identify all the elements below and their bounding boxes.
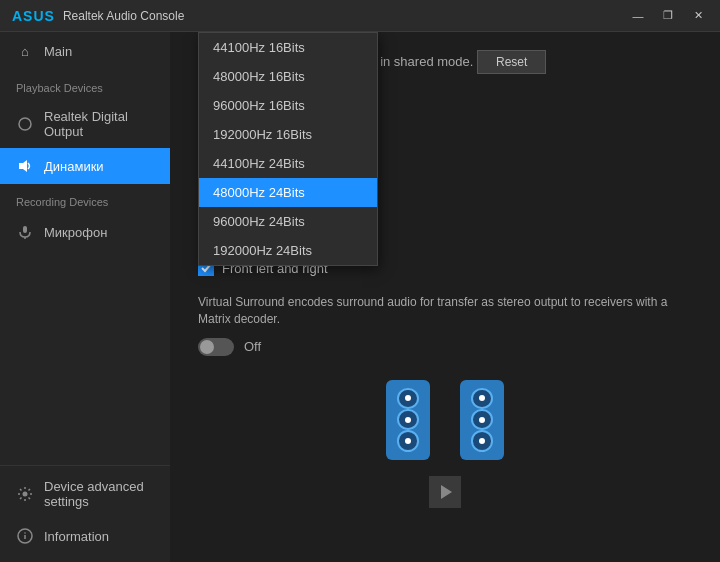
- play-button-area: [198, 476, 692, 508]
- play-triangle-icon: [441, 485, 452, 499]
- sidebar: ⌂ Main Playback Devices Realtek Digital …: [0, 32, 170, 562]
- virtual-surround-toggle-row: Off: [198, 338, 692, 356]
- recording-section-label: Recording Devices: [0, 184, 170, 214]
- toggle-off-label: Off: [244, 339, 261, 354]
- window-controls: — ❐ ✕: [624, 6, 712, 26]
- right-speaker-icon: [460, 380, 504, 460]
- microphone-label: Микрофон: [44, 225, 107, 240]
- dropdown-item-7[interactable]: 192000Hz 24Bits: [199, 236, 377, 265]
- sidebar-bottom: Device advanced settings Information: [0, 465, 170, 554]
- left-speaker-icon: [386, 380, 430, 460]
- right-speaker-dot-bot: [479, 438, 485, 444]
- sidebar-item-main[interactable]: ⌂ Main: [0, 32, 170, 70]
- play-button[interactable]: [429, 476, 461, 508]
- gear-icon: [16, 485, 34, 503]
- dropdown-item-5[interactable]: 48000Hz 24Bits: [199, 178, 377, 207]
- asus-logo: ASUS: [12, 8, 55, 24]
- sidebar-item-information[interactable]: Information: [0, 518, 170, 554]
- left-speaker-circle-bot: [397, 430, 419, 451]
- playback-section-label: Playback Devices: [0, 70, 170, 100]
- left-speaker-circle-mid: [397, 409, 419, 430]
- title-bar-left: ASUS Realtek Audio Console: [12, 8, 184, 24]
- svg-marker-1: [19, 160, 27, 172]
- app-title: Realtek Audio Console: [63, 9, 184, 23]
- sidebar-item-microphone[interactable]: Микрофон: [0, 214, 170, 250]
- reset-button[interactable]: Reset: [477, 50, 546, 74]
- svg-point-0: [19, 118, 31, 130]
- sidebar-main-label: Main: [44, 44, 72, 59]
- information-label: Information: [44, 529, 109, 544]
- sidebar-item-digital-output[interactable]: Realtek Digital Output: [0, 100, 170, 148]
- minimize-button[interactable]: —: [624, 6, 652, 26]
- dropdown-item-2[interactable]: 96000Hz 16Bits: [199, 91, 377, 120]
- speakers-visual: [198, 380, 692, 460]
- main-content: depth to be used when running in shared …: [170, 32, 720, 562]
- virtual-surround-toggle[interactable]: [198, 338, 234, 356]
- dropdown-item-3[interactable]: 192000Hz 16Bits: [199, 120, 377, 149]
- sidebar-item-speakers[interactable]: Динамики: [0, 148, 170, 184]
- right-speaker-circle-top: [471, 388, 493, 409]
- device-advanced-label: Device advanced settings: [44, 479, 154, 509]
- speakers-label: Динамики: [44, 159, 104, 174]
- dropdown-item-6[interactable]: 96000Hz 24Bits: [199, 207, 377, 236]
- info-icon: [16, 527, 34, 545]
- digital-output-label: Realtek Digital Output: [44, 109, 154, 139]
- right-speaker-circle-mid: [471, 409, 493, 430]
- right-speaker-dot-mid: [479, 417, 485, 423]
- speaker-icon: [16, 157, 34, 175]
- dropdown-item-1[interactable]: 48000Hz 16Bits: [199, 62, 377, 91]
- close-button[interactable]: ✕: [684, 6, 712, 26]
- right-speaker-dot-top: [479, 395, 485, 401]
- app-body: ⌂ Main Playback Devices Realtek Digital …: [0, 32, 720, 562]
- left-speaker-dot-bot: [405, 438, 411, 444]
- content-area: Front left and right Virtual Surround en…: [198, 260, 692, 508]
- microphone-icon: [16, 223, 34, 241]
- right-speaker-circle-bot: [471, 430, 493, 451]
- svg-rect-2: [23, 226, 27, 233]
- svg-point-4: [23, 492, 28, 497]
- left-speaker-dot-mid: [405, 417, 411, 423]
- virtual-surround-description: Virtual Surround encodes surround audio …: [198, 294, 692, 328]
- dropdown-item-4[interactable]: 44100Hz 24Bits: [199, 149, 377, 178]
- home-icon: ⌂: [16, 42, 34, 60]
- dropdown-item-0[interactable]: 44100Hz 16Bits: [199, 33, 377, 62]
- left-speaker-circle-top: [397, 388, 419, 409]
- left-speaker-dot-top: [405, 395, 411, 401]
- output-icon: [16, 115, 34, 133]
- sidebar-item-device-advanced[interactable]: Device advanced settings: [0, 470, 170, 518]
- sample-rate-dropdown[interactable]: 44100Hz 16Bits 48000Hz 16Bits 96000Hz 16…: [198, 32, 378, 266]
- svg-point-7: [24, 532, 26, 534]
- maximize-button[interactable]: ❐: [654, 6, 682, 26]
- title-bar: ASUS Realtek Audio Console — ❐ ✕: [0, 0, 720, 32]
